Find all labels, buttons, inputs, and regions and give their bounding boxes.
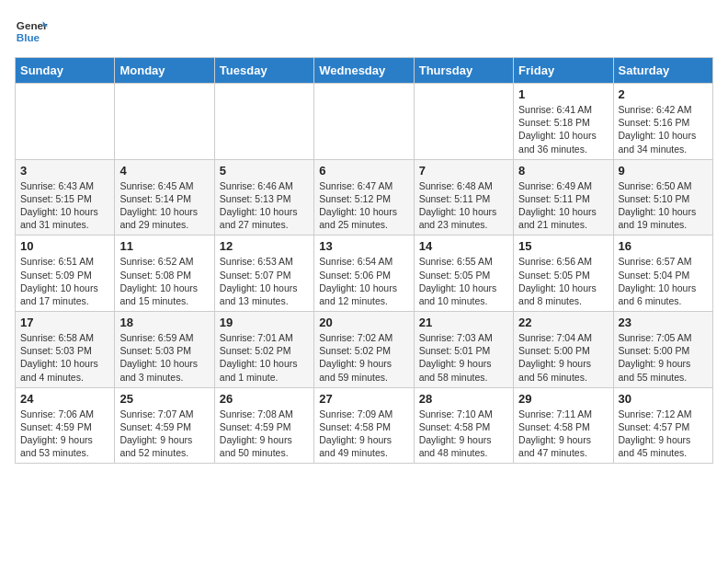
table-row: 29Sunrise: 7:11 AM Sunset: 4:58 PM Dayli…	[514, 387, 613, 464]
table-row: 26Sunrise: 7:08 AM Sunset: 4:59 PM Dayli…	[214, 387, 313, 464]
day-info: Sunrise: 6:47 AM Sunset: 5:12 PM Dayligh…	[319, 179, 408, 232]
day-number: 8	[518, 164, 608, 178]
table-row: 25Sunrise: 7:07 AM Sunset: 4:59 PM Dayli…	[115, 387, 214, 464]
day-number: 3	[20, 164, 109, 178]
day-number: 28	[419, 392, 508, 406]
day-number: 20	[319, 316, 408, 329]
day-number: 24	[20, 392, 109, 406]
day-number: 4	[119, 164, 209, 178]
table-row	[314, 84, 414, 160]
table-row: 5Sunrise: 6:46 AM Sunset: 5:13 PM Daylig…	[214, 159, 313, 236]
table-row: 15Sunrise: 6:56 AM Sunset: 5:05 PM Dayli…	[514, 236, 613, 312]
day-info: Sunrise: 6:45 AM Sunset: 5:14 PM Dayligh…	[119, 179, 209, 232]
day-info: Sunrise: 7:06 AM Sunset: 4:59 PM Dayligh…	[20, 408, 109, 460]
day-number: 29	[518, 392, 608, 406]
table-row: 9Sunrise: 6:50 AM Sunset: 5:10 PM Daylig…	[613, 159, 712, 236]
day-number: 27	[319, 392, 408, 406]
day-number: 17	[20, 316, 109, 329]
day-number: 23	[619, 316, 708, 329]
day-number: 14	[419, 239, 508, 253]
page-header: General Blue	[15, 15, 713, 48]
weekday-header-tuesday: Tuesday	[214, 58, 313, 84]
day-number: 5	[220, 164, 309, 178]
table-row: 4Sunrise: 6:45 AM Sunset: 5:14 PM Daylig…	[115, 159, 214, 236]
day-number: 21	[419, 316, 508, 329]
table-row: 6Sunrise: 6:47 AM Sunset: 5:12 PM Daylig…	[314, 159, 414, 236]
calendar-week-row: 24Sunrise: 7:06 AM Sunset: 4:59 PM Dayli…	[16, 387, 713, 464]
table-row: 13Sunrise: 6:54 AM Sunset: 5:06 PM Dayli…	[314, 236, 414, 312]
day-number: 22	[518, 316, 608, 329]
day-info: Sunrise: 7:11 AM Sunset: 4:58 PM Dayligh…	[518, 408, 608, 460]
day-number: 13	[319, 239, 408, 253]
day-info: Sunrise: 6:59 AM Sunset: 5:03 PM Dayligh…	[119, 331, 209, 384]
table-row	[214, 84, 313, 160]
table-row: 18Sunrise: 6:59 AM Sunset: 5:03 PM Dayli…	[115, 312, 214, 388]
day-info: Sunrise: 7:03 AM Sunset: 5:01 PM Dayligh…	[419, 331, 508, 384]
table-row: 10Sunrise: 6:51 AM Sunset: 5:09 PM Dayli…	[16, 236, 115, 312]
table-row: 3Sunrise: 6:43 AM Sunset: 5:15 PM Daylig…	[16, 159, 115, 236]
day-number: 11	[119, 239, 209, 253]
day-info: Sunrise: 6:43 AM Sunset: 5:15 PM Dayligh…	[20, 179, 109, 232]
table-row	[414, 84, 513, 160]
day-number: 25	[119, 392, 209, 406]
day-info: Sunrise: 7:04 AM Sunset: 5:00 PM Dayligh…	[518, 331, 608, 384]
day-info: Sunrise: 7:02 AM Sunset: 5:02 PM Dayligh…	[319, 331, 408, 384]
calendar-week-row: 3Sunrise: 6:43 AM Sunset: 5:15 PM Daylig…	[16, 159, 713, 236]
table-row: 14Sunrise: 6:55 AM Sunset: 5:05 PM Dayli…	[414, 236, 513, 312]
svg-text:Blue: Blue	[17, 31, 40, 43]
day-number: 30	[619, 392, 708, 406]
weekday-header-wednesday: Wednesday	[314, 58, 414, 84]
table-row: 30Sunrise: 7:12 AM Sunset: 4:57 PM Dayli…	[613, 387, 712, 464]
day-info: Sunrise: 6:46 AM Sunset: 5:13 PM Dayligh…	[220, 179, 309, 232]
day-info: Sunrise: 6:49 AM Sunset: 5:11 PM Dayligh…	[518, 179, 608, 232]
calendar-table: SundayMondayTuesdayWednesdayThursdayFrid…	[15, 57, 713, 464]
table-row: 24Sunrise: 7:06 AM Sunset: 4:59 PM Dayli…	[16, 387, 115, 464]
weekday-header-row: SundayMondayTuesdayWednesdayThursdayFrid…	[16, 58, 713, 84]
day-info: Sunrise: 6:42 AM Sunset: 5:16 PM Dayligh…	[619, 103, 708, 155]
day-info: Sunrise: 6:53 AM Sunset: 5:07 PM Dayligh…	[220, 255, 309, 307]
day-number: 2	[619, 87, 708, 101]
day-number: 12	[220, 239, 309, 253]
day-number: 26	[220, 392, 309, 406]
day-info: Sunrise: 7:08 AM Sunset: 4:59 PM Dayligh…	[220, 408, 309, 460]
day-info: Sunrise: 6:50 AM Sunset: 5:10 PM Dayligh…	[619, 179, 708, 232]
day-info: Sunrise: 7:09 AM Sunset: 4:58 PM Dayligh…	[319, 408, 408, 460]
calendar-week-row: 10Sunrise: 6:51 AM Sunset: 5:09 PM Dayli…	[16, 236, 713, 312]
weekday-header-monday: Monday	[115, 58, 214, 84]
day-number: 10	[20, 239, 109, 253]
table-row: 19Sunrise: 7:01 AM Sunset: 5:02 PM Dayli…	[214, 312, 313, 388]
day-number: 15	[518, 239, 608, 253]
weekday-header-thursday: Thursday	[414, 58, 513, 84]
weekday-header-sunday: Sunday	[16, 58, 115, 84]
day-info: Sunrise: 6:51 AM Sunset: 5:09 PM Dayligh…	[20, 255, 109, 307]
table-row: 8Sunrise: 6:49 AM Sunset: 5:11 PM Daylig…	[514, 159, 613, 236]
table-row: 12Sunrise: 6:53 AM Sunset: 5:07 PM Dayli…	[214, 236, 313, 312]
day-info: Sunrise: 7:12 AM Sunset: 4:57 PM Dayligh…	[619, 408, 708, 460]
logo: General Blue	[15, 15, 48, 48]
table-row: 22Sunrise: 7:04 AM Sunset: 5:00 PM Dayli…	[514, 312, 613, 388]
logo-icon: General Blue	[15, 15, 48, 48]
day-info: Sunrise: 6:55 AM Sunset: 5:05 PM Dayligh…	[419, 255, 508, 307]
day-number: 1	[518, 87, 608, 101]
day-info: Sunrise: 7:07 AM Sunset: 4:59 PM Dayligh…	[119, 408, 209, 460]
table-row: 27Sunrise: 7:09 AM Sunset: 4:58 PM Dayli…	[314, 387, 414, 464]
calendar-week-row: 1Sunrise: 6:41 AM Sunset: 5:18 PM Daylig…	[16, 84, 713, 160]
day-info: Sunrise: 6:52 AM Sunset: 5:08 PM Dayligh…	[119, 255, 209, 307]
day-info: Sunrise: 6:57 AM Sunset: 5:04 PM Dayligh…	[619, 255, 708, 307]
table-row: 7Sunrise: 6:48 AM Sunset: 5:11 PM Daylig…	[414, 159, 513, 236]
table-row	[115, 84, 214, 160]
table-row: 11Sunrise: 6:52 AM Sunset: 5:08 PM Dayli…	[115, 236, 214, 312]
day-number: 16	[619, 239, 708, 253]
day-number: 6	[319, 164, 408, 178]
table-row: 23Sunrise: 7:05 AM Sunset: 5:00 PM Dayli…	[613, 312, 712, 388]
table-row	[16, 84, 115, 160]
day-number: 9	[619, 164, 708, 178]
day-info: Sunrise: 6:41 AM Sunset: 5:18 PM Dayligh…	[518, 103, 608, 155]
calendar-week-row: 17Sunrise: 6:58 AM Sunset: 5:03 PM Dayli…	[16, 312, 713, 388]
day-info: Sunrise: 7:10 AM Sunset: 4:58 PM Dayligh…	[419, 408, 508, 460]
day-info: Sunrise: 6:56 AM Sunset: 5:05 PM Dayligh…	[518, 255, 608, 307]
weekday-header-saturday: Saturday	[613, 58, 712, 84]
table-row: 1Sunrise: 6:41 AM Sunset: 5:18 PM Daylig…	[514, 84, 613, 160]
day-info: Sunrise: 6:48 AM Sunset: 5:11 PM Dayligh…	[419, 179, 508, 232]
day-number: 7	[419, 164, 508, 178]
